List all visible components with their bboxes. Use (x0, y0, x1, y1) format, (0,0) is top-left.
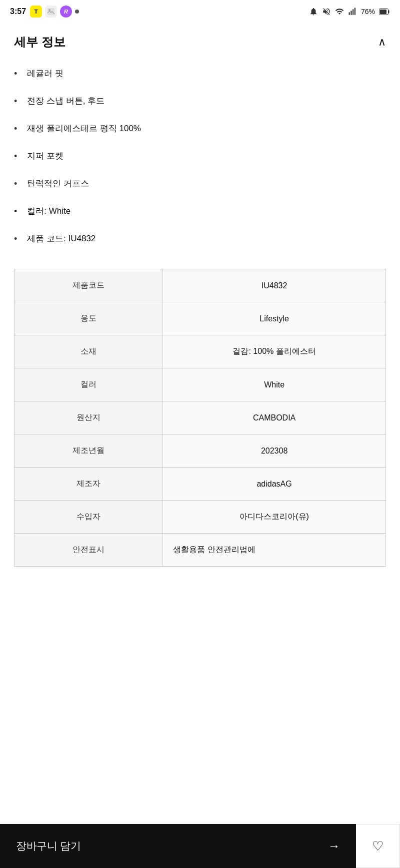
add-to-cart-button[interactable]: 장바구니 담기 → (0, 824, 356, 868)
cart-arrow-icon: → (328, 839, 340, 853)
list-item: 제품 코드: IU4832 (14, 225, 386, 253)
table-label: 원산지 (14, 401, 163, 435)
cart-button-label: 장바구니 담기 (16, 839, 81, 853)
bottom-bar: 장바구니 담기 → ♡ (0, 824, 400, 868)
table-value: White (163, 368, 386, 401)
table-label: 제조자 (14, 468, 163, 501)
alarm-icon (309, 7, 318, 16)
product-info-table: 제품코드 IU4832 용도 Lifestyle 소재 겉감: 100% 폴리에… (14, 269, 386, 567)
gallery-app-icon (45, 6, 57, 18)
wifi-icon (335, 7, 344, 16)
mute-icon (322, 7, 331, 16)
table-label: 제조년월 (14, 435, 163, 468)
notification-dot (75, 10, 79, 14)
wishlist-button[interactable]: ♡ (356, 824, 400, 868)
table-value: 아디다스코리아(유) (163, 501, 386, 534)
table-row: 수입자 아디다스코리아(유) (14, 501, 386, 534)
status-app-icons: T R (30, 6, 79, 18)
status-left: 3:57 T R (10, 6, 79, 18)
signal-icon (348, 7, 357, 16)
main-content: 세부 정보 ∧ 레귤러 핏 전장 스냅 버튼, 후드 재생 폴리에스테르 평직 … (0, 22, 400, 627)
status-time: 3:57 (10, 7, 26, 16)
battery-icon (379, 9, 390, 15)
list-item: 컬러: White (14, 198, 386, 225)
table-value: CAMBODIA (163, 401, 386, 435)
curly-app-icon: R (60, 6, 72, 18)
status-bar: 3:57 T R (0, 0, 400, 22)
list-item: 지퍼 포켓 (14, 143, 386, 170)
table-value: adidasAG (163, 468, 386, 501)
table-value: IU4832 (163, 269, 386, 302)
svg-rect-2 (348, 13, 350, 15)
status-right: 76% (309, 7, 390, 16)
table-row: 소재 겉감: 100% 폴리에스터 (14, 335, 386, 368)
section-title: 세부 정보 (14, 34, 66, 50)
table-value: 겉감: 100% 폴리에스터 (163, 335, 386, 368)
section-header: 세부 정보 ∧ (14, 22, 386, 60)
list-item: 전장 스냅 버튼, 후드 (14, 88, 386, 115)
table-label: 컬러 (14, 368, 163, 401)
table-row: 제조자 adidasAG (14, 468, 386, 501)
table-row: 원산지 CAMBODIA (14, 401, 386, 435)
table-label: 제품코드 (14, 269, 163, 302)
svg-rect-7 (380, 10, 386, 14)
svg-rect-5 (354, 8, 356, 15)
table-row: 컬러 White (14, 368, 386, 401)
table-row: 용도 Lifestyle (14, 302, 386, 335)
svg-rect-4 (352, 10, 354, 15)
collapse-icon[interactable]: ∧ (378, 36, 386, 49)
table-value: 202308 (163, 435, 386, 468)
talk-app-icon: T (30, 6, 42, 18)
table-value: 생활용품 안전관리법에 (163, 534, 386, 567)
list-item: 재생 폴리에스테르 평직 100% (14, 115, 386, 143)
table-value: Lifestyle (163, 302, 386, 335)
table-row: 안전표시 생활용품 안전관리법에 (14, 534, 386, 567)
table-label: 소재 (14, 335, 163, 368)
battery-percent: 76% (361, 8, 375, 16)
table-label: 용도 (14, 302, 163, 335)
table-row: 제품코드 IU4832 (14, 269, 386, 302)
svg-rect-3 (350, 11, 352, 15)
heart-icon: ♡ (372, 838, 384, 854)
table-label: 수입자 (14, 501, 163, 534)
list-item: 탄력적인 커프스 (14, 170, 386, 198)
table-row: 제조년월 202308 (14, 435, 386, 468)
detail-list: 레귤러 핏 전장 스냅 버튼, 후드 재생 폴리에스테르 평직 100% 지퍼 … (14, 60, 386, 253)
list-item: 레귤러 핏 (14, 60, 386, 88)
table-label: 안전표시 (14, 534, 163, 567)
